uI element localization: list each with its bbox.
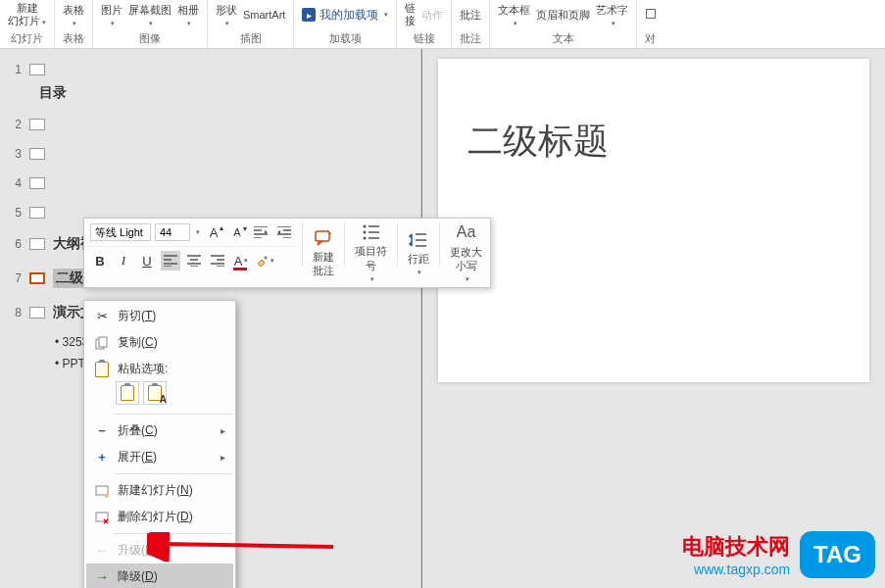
outline-entry-3[interactable]: 3 — [0, 143, 420, 165]
header-footer-button[interactable]: 页眉和页脚 — [536, 8, 590, 23]
ribbon-group-text: 文本框▾ 页眉和页脚 艺术字▾ 文本 — [490, 0, 637, 48]
paste-option-keep-source[interactable] — [116, 381, 139, 405]
change-case-button[interactable]: Aa 更改大 小写▾ — [442, 219, 490, 287]
outline-entry-1[interactable]: 1 — [0, 59, 420, 80]
svg-point-3 — [363, 237, 366, 240]
bold-button[interactable]: B — [90, 251, 110, 270]
slide-number: 1 — [8, 63, 22, 76]
slide-number: 8 — [8, 306, 22, 319]
menu-paste-header: 粘贴选项: — [86, 356, 233, 377]
svg-rect-7 — [96, 513, 108, 521]
ribbon: 新建幻灯片▾ 幻灯片 表格▾ 表格 图片▾ 屏幕截图▾ 相册▾ 图像 形状▾ S… — [0, 0, 885, 49]
outline-entry-2[interactable]: 2 — [0, 114, 420, 135]
ribbon-group-label: 链接 — [414, 29, 435, 48]
ribbon-group-label: 批注 — [460, 29, 481, 48]
link-button[interactable]: 链接 — [405, 2, 416, 27]
svg-point-1 — [363, 225, 366, 228]
wordart-button[interactable]: 艺术字▾ — [596, 3, 628, 27]
decrease-font-button[interactable]: A — [227, 222, 247, 242]
menu-demote[interactable]: → 降级(D) — [86, 564, 233, 588]
align-center-button[interactable] — [184, 251, 204, 270]
addin-icon: ▸ — [302, 8, 316, 22]
context-menu: ✂ 剪切(T) 复制(C) 粘贴选项: A − 折叠(C) ▸ + 展开(E) … — [83, 300, 236, 588]
svg-point-2 — [363, 231, 366, 234]
format-painter-button[interactable]: ▾ — [255, 251, 274, 270]
menu-separator — [114, 414, 233, 415]
change-case-icon: Aa — [457, 222, 476, 243]
new-slide-button[interactable]: 新建幻灯片▾ — [8, 2, 46, 27]
chevron-down-icon[interactable]: ▾ — [196, 228, 200, 236]
watermark: 电脑技术网 www.tagxp.com TAG — [682, 531, 875, 578]
bullets-button[interactable]: 项目符 号▾ — [347, 219, 395, 287]
ribbon-group-label: 插图 — [240, 29, 262, 48]
align-left-button[interactable] — [161, 251, 180, 270]
paste-option-text-only[interactable]: A — [143, 381, 167, 405]
slide-canvas[interactable]: 二级标题 — [438, 59, 869, 382]
new-comment-button[interactable]: 新建 批注 — [305, 219, 342, 287]
outline-title-text[interactable]: 目录 — [0, 80, 420, 106]
shapes-button[interactable]: 形状▾ — [216, 3, 237, 27]
slide-number: 2 — [8, 118, 22, 131]
new-slide-icon — [94, 483, 110, 499]
slide-number: 7 — [8, 271, 22, 285]
decrease-indent-button[interactable] — [251, 222, 270, 242]
menu-new-slide[interactable]: 新建幻灯片(N) — [86, 477, 233, 504]
slide-icon — [29, 307, 45, 318]
italic-button[interactable]: I — [114, 251, 133, 270]
svg-rect-0 — [316, 231, 329, 241]
font-name-select[interactable] — [90, 223, 151, 241]
font-color-button[interactable]: A▾ — [231, 251, 251, 270]
table-button[interactable]: 表格▾ — [63, 3, 84, 27]
outline-title: 目录 — [39, 84, 67, 102]
brush-icon — [255, 254, 269, 268]
slide-icon — [29, 119, 45, 130]
align-right-icon — [211, 255, 224, 267]
screenshot-button[interactable]: 屏幕截图▾ — [128, 3, 172, 27]
body-text: • PPT — [43, 357, 85, 370]
plus-icon: + — [94, 450, 110, 466]
font-size-select[interactable] — [155, 223, 190, 241]
comment-icon — [314, 228, 333, 248]
copy-icon — [94, 335, 110, 351]
outline-entry-4[interactable]: 4 — [0, 172, 420, 194]
menu-collapse[interactable]: − 折叠(C) ▸ — [86, 417, 233, 444]
textbox-button[interactable]: 文本框▾ — [498, 3, 530, 27]
line-spacing-button[interactable]: 行距▾ — [400, 219, 437, 287]
picture-button[interactable]: 图片▾ — [101, 3, 123, 27]
album-button[interactable]: 相册▾ — [177, 3, 199, 27]
svg-rect-6 — [96, 486, 108, 495]
increase-font-button[interactable]: A — [204, 222, 223, 242]
ribbon-group-slides: 新建幻灯片▾ 幻灯片 — [0, 0, 55, 48]
slide-number: 4 — [8, 176, 22, 190]
indent-left-icon — [254, 226, 268, 238]
ribbon-group-label: 幻灯片 — [11, 29, 43, 48]
smartart-button[interactable]: SmartArt — [243, 9, 285, 21]
menu-promote: ← 升级(P) — [86, 537, 233, 564]
ribbon-group-addins: ▸ 我的加载项▾ 加载项 — [294, 0, 397, 48]
align-right-button[interactable] — [208, 251, 227, 270]
bullet-list-icon — [362, 222, 381, 242]
indent-right-icon — [277, 226, 291, 238]
line-spacing-icon — [409, 230, 428, 250]
menu-expand[interactable]: + 展开(E) ▸ — [86, 444, 233, 470]
edge-button[interactable] — [646, 9, 656, 21]
align-left-icon — [164, 255, 177, 267]
ribbon-group-label: 表格 — [63, 29, 84, 48]
comment-button[interactable]: 批注 — [460, 8, 481, 23]
ribbon-edge-label: 对 — [645, 29, 656, 48]
ribbon-group-edge: 对 — [637, 0, 664, 48]
arrow-right-icon: → — [94, 569, 110, 585]
chevron-right-icon: ▸ — [221, 452, 225, 463]
increase-indent-button[interactable] — [274, 222, 294, 242]
slide-icon-active — [29, 272, 45, 284]
mini-toolbar: ▾ A A B I U A▾ ▾ — [83, 218, 491, 288]
ribbon-group-tables: 表格▾ 表格 — [55, 0, 93, 48]
slide-number: 5 — [8, 206, 22, 220]
menu-cut[interactable]: ✂ 剪切(T) — [86, 303, 233, 329]
menu-copy[interactable]: 复制(C) — [86, 329, 233, 356]
watermark-tag: TAG — [800, 531, 875, 578]
underline-button[interactable]: U — [137, 251, 157, 270]
menu-separator — [114, 473, 233, 474]
menu-delete-slide[interactable]: 删除幻灯片(D) — [86, 504, 233, 530]
my-addins-button[interactable]: ▸ 我的加载项▾ — [302, 7, 388, 24]
